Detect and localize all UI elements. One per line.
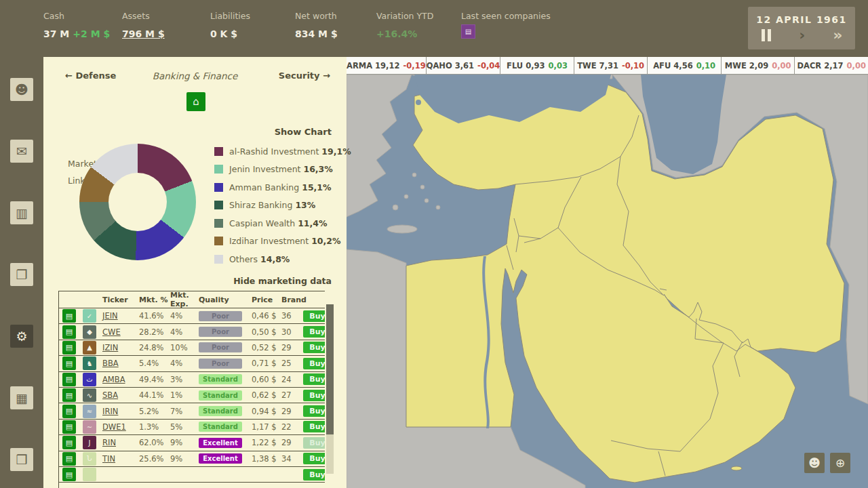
buy-button[interactable]: Buy <box>303 310 325 322</box>
stat-value-text: 796 M $ <box>122 28 165 39</box>
stat-value: +16.4% <box>376 28 417 39</box>
header-cell-mktexp: Mkt. Exp. <box>170 291 199 308</box>
company-logo: ▲ <box>83 341 96 354</box>
buy-button[interactable]: Buy <box>303 421 325 432</box>
stat-value-text: 37 M <box>43 28 69 39</box>
ticker-item-dacr[interactable]: DACR 2,170,00 <box>795 57 868 75</box>
brand-cell: 29 <box>281 407 302 416</box>
ticker-item-qaho[interactable]: QAHO 3,61-0,04 <box>427 57 501 75</box>
company-action-button[interactable]: ▤ <box>62 436 76 449</box>
scrollbar-thumb[interactable] <box>326 304 334 434</box>
ticker-change: -0,10 <box>622 61 644 70</box>
step-forward-icon[interactable]: › <box>799 28 805 42</box>
buy-button[interactable]: Buy <box>303 358 325 369</box>
sidebar-item-products[interactable]: ❒ <box>10 448 33 471</box>
company-action-button[interactable]: ▤ <box>62 357 76 370</box>
company-logo: ◆ <box>83 325 96 339</box>
sidebar-item-finance[interactable]: ▥ <box>10 201 33 224</box>
company-action-button[interactable]: ▤ <box>62 468 76 481</box>
ticker-symbol-price: TWE 7,31 <box>577 61 618 70</box>
market-share-cell: 25.6% <box>139 454 170 464</box>
company-logo: ∼ <box>83 420 96 434</box>
company-logo: ≈ <box>83 405 96 418</box>
buy-button[interactable]: Buy <box>303 326 325 338</box>
right-arrow-icon: → <box>323 70 330 81</box>
price-cell: 0,60 $ <box>252 375 281 384</box>
company-action-button[interactable]: ▤ <box>62 405 76 418</box>
next-sector-button[interactable]: Security → <box>279 70 330 81</box>
buy-button[interactable]: Buy <box>303 373 325 385</box>
hide-marketing-data-link[interactable]: Hide marketing data <box>233 276 332 286</box>
buy-button[interactable]: Buy <box>303 390 325 401</box>
sidebar-item-contracts[interactable]: ✉ <box>10 140 33 163</box>
company-logo: ♞ <box>83 357 96 370</box>
ticker-link[interactable]: BBA <box>102 359 119 368</box>
buy-button[interactable]: Buy <box>303 342 325 353</box>
company-action-button[interactable]: ▤ <box>62 373 76 386</box>
world-view-button[interactable]: ⊕ <box>830 453 850 473</box>
ticker-item-afu[interactable]: AFU 4,560,10 <box>648 57 722 75</box>
ticker-item-twe[interactable]: TWE 7,31-0,10 <box>574 57 648 75</box>
population-view-button[interactable]: ☻ <box>804 453 825 473</box>
table-row-sba: ▤∿SBA44.1%1%Standard0,62 $27BuySell <box>59 388 325 403</box>
ticker-item-flu[interactable]: FLU 0,930,03 <box>500 57 574 75</box>
ticker-link[interactable]: IZIN <box>102 343 118 352</box>
stat-label: Liabilities <box>210 11 250 21</box>
buy-button[interactable]: Buy <box>303 405 325 417</box>
brand-cell: 27 <box>281 390 302 400</box>
finance-icon: ▥ <box>16 205 28 220</box>
price-cell: 0,71 $ <box>252 359 281 368</box>
sidebar-item-industries[interactable]: ⚙ <box>10 325 33 348</box>
brand-cell: 36 <box>281 311 302 321</box>
brand-cell: 25 <box>281 359 302 368</box>
sidebar-item-companies[interactable]: ▦ <box>10 386 33 409</box>
top-finance-bar: Cash37 M+2 M $Assets796 M $Liabilities0 … <box>0 0 868 57</box>
ticker-link[interactable]: TIN <box>102 454 115 464</box>
legend-percent: 15,1% <box>302 182 331 192</box>
ticker-link[interactable]: DWE1 <box>102 422 126 432</box>
legend-label: Amman Banking <box>229 182 299 192</box>
stat-value[interactable]: 796 M $ <box>122 28 165 39</box>
ticker-item-arma[interactable]: ARMA 19,12-0,19 <box>347 57 427 75</box>
sidebar-item-reports[interactable]: ❐ <box>10 263 33 286</box>
sidebar-item-profile[interactable]: ☻ <box>10 78 33 101</box>
fast-forward-icon[interactable]: » <box>833 28 841 42</box>
contracts-icon: ✉ <box>16 144 27 159</box>
legend-percent: 10,2% <box>311 236 340 246</box>
ticker-link[interactable]: RIN <box>102 438 116 447</box>
header-cell-quality: Quality <box>199 296 252 304</box>
table-scrollbar[interactable] <box>326 304 334 474</box>
ticker-link[interactable]: AMBA <box>102 375 125 384</box>
market-share-cell: 41.6% <box>139 311 170 321</box>
world-map[interactable]: ☻ ⊕ <box>347 75 868 488</box>
current-date: 12 APRIL 1961 <box>748 14 855 25</box>
brand-cell: 24 <box>281 375 302 384</box>
company-action-button[interactable]: ▤ <box>62 452 76 466</box>
company-logo <box>83 468 96 481</box>
company-action-button[interactable]: ▤ <box>62 309 76 323</box>
legend-item: Amman Banking15,1% <box>214 178 351 197</box>
quality-badge: Excellent <box>199 438 242 448</box>
company-action-button[interactable]: ▤ <box>62 420 76 434</box>
company-action-button[interactable]: ▤ <box>62 388 76 402</box>
show-chart-link[interactable]: Show Chart <box>275 127 332 137</box>
buy-button[interactable]: Buy <box>303 469 325 481</box>
ticker-link[interactable]: CWE <box>102 327 121 337</box>
table-row-amba: ▤ثAMBA49.4%3%Standard0,60 $24BuySell <box>59 372 325 388</box>
company-action-button[interactable]: ▤ <box>62 341 76 354</box>
last-seen-company-button[interactable]: ▤ <box>461 24 475 39</box>
ticker-link[interactable]: JEIN <box>102 311 118 321</box>
market-share-cell: 44.1% <box>139 390 170 400</box>
ticker-link[interactable]: IRIN <box>102 407 118 416</box>
quality-badge: Poor <box>199 342 242 352</box>
buy-button[interactable]: Buy <box>303 453 325 464</box>
region-countries[interactable] <box>406 77 844 483</box>
sector-nav: ← Defense Banking & Finance Security → <box>43 70 347 84</box>
bank-sector-icon: ⌂ <box>186 92 205 111</box>
stat-label: Assets <box>122 11 150 21</box>
time-controls: › » <box>748 27 855 43</box>
pause-icon[interactable] <box>762 29 771 41</box>
ticker-item-mwe[interactable]: MWE 2,090,00 <box>722 57 795 75</box>
company-action-button[interactable]: ▤ <box>62 325 76 339</box>
ticker-link[interactable]: SBA <box>102 390 118 400</box>
